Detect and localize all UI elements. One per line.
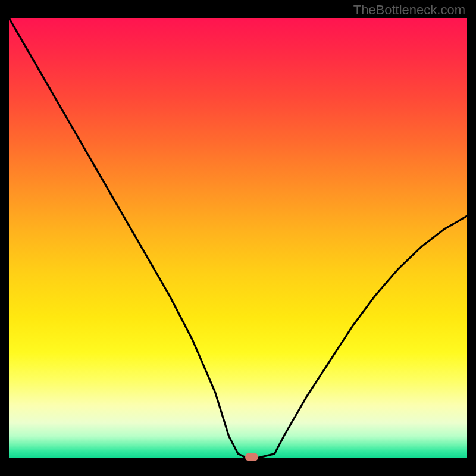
- bottleneck-curve: [9, 18, 467, 458]
- chart-plot-area: [9, 18, 467, 458]
- optimal-marker: [245, 453, 258, 461]
- watermark-text: TheBottleneck.com: [353, 2, 465, 18]
